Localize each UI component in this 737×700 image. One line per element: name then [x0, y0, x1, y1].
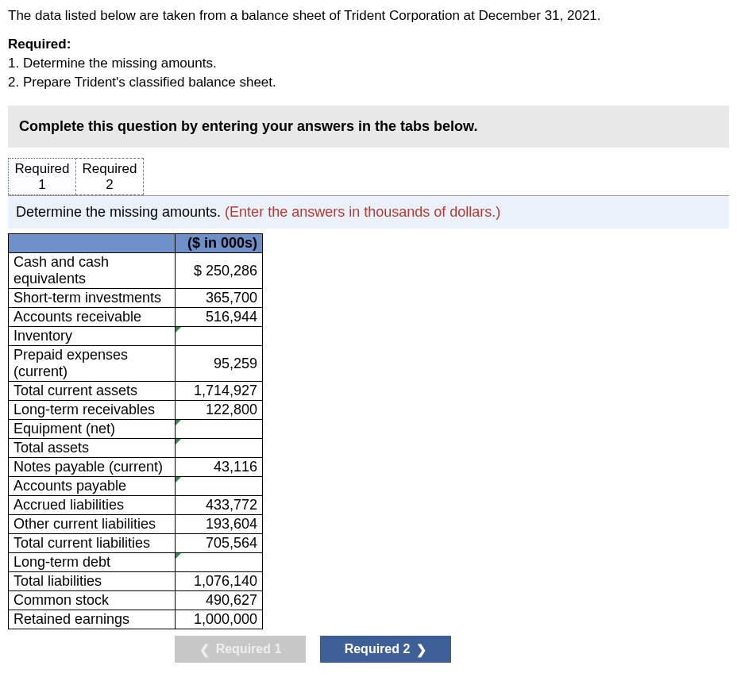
- next-button[interactable]: Required 2 ❯: [320, 636, 451, 663]
- row-label: Common stock: [9, 591, 176, 610]
- instruction-plain: Determine the missing amounts.: [16, 204, 225, 220]
- row-label: Other current liabilities: [9, 515, 176, 534]
- value-cell: 433,772: [176, 496, 263, 515]
- row-label: Long-term debt: [9, 553, 176, 572]
- value-cell: 1,714,927: [176, 382, 263, 401]
- value-cell: 490,627: [176, 591, 263, 610]
- row-label: Retained earnings: [9, 610, 176, 629]
- row-label: Prepaid expenses (current): [9, 346, 176, 382]
- value-input-cell[interactable]: [176, 420, 263, 439]
- next-label: Required 2: [345, 642, 411, 656]
- instruction-hint: (Enter the answers in thousands of dolla…: [225, 204, 500, 220]
- prev-label: Required 1: [216, 642, 282, 656]
- table-row: Accounts payable: [9, 477, 263, 496]
- value-cell: 516,944: [176, 308, 263, 327]
- value-input-cell[interactable]: [176, 327, 263, 346]
- table-row: Other current liabilities193,604: [9, 515, 263, 534]
- row-label: Cash and cash equivalents: [9, 253, 176, 289]
- row-label: Inventory: [9, 327, 176, 346]
- table-row: Retained earnings1,000,000: [9, 610, 263, 629]
- table-row: Total liabilities1,076,140: [9, 572, 263, 591]
- table-row: Accrued liabilities433,772: [9, 496, 263, 515]
- tabs-row: Required1 Required2: [8, 156, 729, 195]
- tab-label: Required2: [83, 161, 137, 192]
- required-list: 1. Determine the missing amounts. 2. Pre…: [8, 54, 729, 92]
- tab-required-1[interactable]: Required1: [8, 158, 76, 195]
- table-row: Common stock490,627: [9, 591, 263, 610]
- header-value: ($ in 000s): [176, 234, 263, 253]
- table-row: Notes payable (current)43,116: [9, 458, 263, 477]
- table-row: Total assets: [9, 439, 263, 458]
- chevron-left-icon: ❮: [199, 642, 210, 657]
- tab-label: Required1: [15, 161, 70, 192]
- row-label: Total liabilities: [9, 572, 176, 591]
- table-row: Total current assets1,714,927: [9, 382, 263, 401]
- row-label: Short-term investments: [9, 289, 176, 308]
- complete-instruction: Complete this question by entering your …: [8, 106, 729, 148]
- table-row: Equipment (net): [9, 420, 263, 439]
- value-cell: 1,000,000: [176, 610, 263, 629]
- row-label: Accounts payable: [9, 477, 176, 496]
- row-label: Notes payable (current): [9, 458, 176, 477]
- table-row: Inventory: [9, 327, 263, 346]
- value-input-cell[interactable]: [176, 477, 263, 496]
- tab-required-2[interactable]: Required2: [75, 158, 144, 195]
- value-cell: 122,800: [176, 401, 263, 420]
- row-label: Long-term receivables: [9, 401, 176, 420]
- value-cell: 365,700: [176, 289, 263, 308]
- value-cell: 193,604: [176, 515, 263, 534]
- nav-row: ❮ Required 1 Required 2 ❯: [175, 636, 729, 663]
- value-input-cell[interactable]: [176, 439, 263, 458]
- row-label: Equipment (net): [9, 420, 176, 439]
- row-label: Accounts receivable: [9, 308, 176, 327]
- table-row: Short-term investments365,700: [9, 289, 263, 308]
- value-cell: 43,116: [176, 458, 263, 477]
- balance-sheet-table: ($ in 000s) Cash and cash equivalents$ 2…: [8, 233, 263, 629]
- table-row: Cash and cash equivalents$ 250,286: [9, 253, 263, 289]
- value-input-cell[interactable]: [176, 553, 263, 572]
- intro-text: The data listed below are taken from a b…: [8, 6, 729, 25]
- header-blank: [9, 234, 176, 253]
- required-heading: Required:: [8, 37, 729, 52]
- table-row: Long-term debt: [9, 553, 263, 572]
- row-label: Accrued liabilities: [9, 496, 176, 515]
- required-item-2: 2. Prepare Trident's classified balance …: [8, 73, 729, 92]
- prev-button: ❮ Required 1: [175, 636, 306, 663]
- value-cell: 95,259: [176, 346, 263, 382]
- table-row: Prepaid expenses (current)95,259: [9, 346, 263, 382]
- table-row: Accounts receivable516,944: [9, 308, 263, 327]
- required-item-1: 1. Determine the missing amounts.: [8, 54, 729, 73]
- instruction-bar: Determine the missing amounts. (Enter th…: [8, 195, 729, 229]
- chevron-right-icon: ❯: [416, 642, 426, 657]
- value-cell: 705,564: [176, 534, 263, 553]
- value-cell: 1,076,140: [176, 572, 263, 591]
- row-label: Total current liabilities: [9, 534, 176, 553]
- row-label: Total current assets: [9, 382, 176, 401]
- value-cell: $ 250,286: [176, 253, 263, 289]
- table-row: Long-term receivables122,800: [9, 401, 263, 420]
- row-label: Total assets: [9, 439, 176, 458]
- table-row: Total current liabilities705,564: [9, 534, 263, 553]
